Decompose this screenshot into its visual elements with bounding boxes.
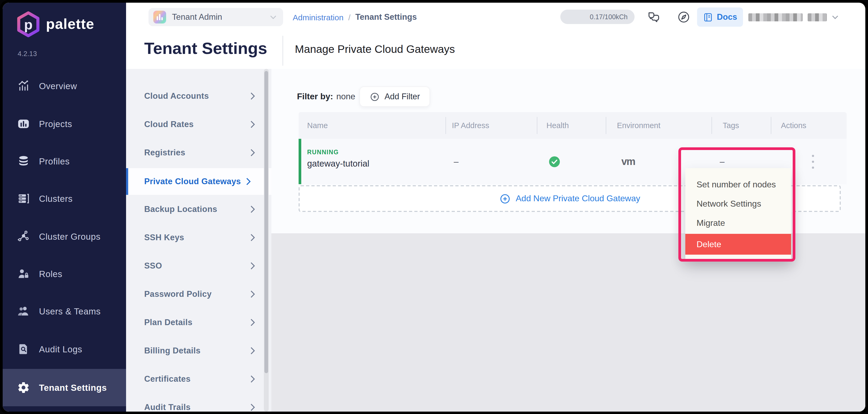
settings-nav-ssh-keys[interactable]: SSH Keys xyxy=(126,224,271,251)
chevron-right-icon xyxy=(250,403,255,411)
table-header: Name IP Address Health Environment Tags … xyxy=(299,112,847,139)
settings-nav-sso[interactable]: SSO xyxy=(126,252,271,280)
chevron-right-icon xyxy=(250,262,255,270)
compass-icon[interactable] xyxy=(677,10,691,24)
settings-nav-plan-details[interactable]: Plan Details xyxy=(126,309,271,336)
add-filter-button[interactable]: Add Filter xyxy=(360,87,430,107)
filter-bar: Filter by: none xyxy=(297,89,355,104)
nav-label: Password Policy xyxy=(144,289,212,299)
docs-label: Docs xyxy=(717,12,737,22)
tenant-admin-icon xyxy=(153,11,166,24)
nav-label: Certificates xyxy=(144,374,191,384)
app-version: 4.2.13 xyxy=(18,50,37,58)
logo[interactable]: p palette xyxy=(17,11,94,37)
settings-nav-certificates[interactable]: Certificates xyxy=(126,365,271,393)
chevron-right-icon xyxy=(250,375,255,383)
sidebar-item-label: Overview xyxy=(39,81,77,91)
chevron-right-icon xyxy=(250,347,255,355)
add-new-gateway-label: Add New Private Cloud Gateway xyxy=(516,194,640,203)
redacted-username-suffix xyxy=(808,13,827,21)
scope-selector-label: Tenant Admin xyxy=(172,12,264,22)
add-filter-label: Add Filter xyxy=(384,92,420,101)
cluster-groups-icon xyxy=(17,230,30,243)
sidebar-item-label: Users & Teams xyxy=(39,306,101,316)
sidebar-item-audit-logs[interactable]: Audit Logs xyxy=(3,335,126,363)
settings-nav-cloud-rates[interactable]: Cloud Rates xyxy=(126,110,271,138)
sidebar: p palette 4.2.13 Overview Projects Profi… xyxy=(3,3,126,411)
logo-text: palette xyxy=(46,16,94,33)
plus-circle-icon xyxy=(499,193,510,204)
chat-icon[interactable] xyxy=(647,10,661,24)
breadcrumb-separator: / xyxy=(348,12,350,22)
sidebar-item-projects[interactable]: Projects xyxy=(3,109,126,138)
settings-nav-audit-trails[interactable]: Audit Trails xyxy=(126,393,271,411)
menu-item-set-number-of-nodes[interactable]: Set number of nodes xyxy=(685,175,791,194)
column-environment: Environment xyxy=(617,112,660,139)
plus-circle-icon xyxy=(370,92,380,102)
clusters-icon xyxy=(17,192,30,205)
chevron-right-icon xyxy=(250,318,255,327)
cell-ip-address: – xyxy=(432,139,480,184)
sidebar-item-label: Tenant Settings xyxy=(39,382,107,393)
settings-nav-backup-locations[interactable]: Backup Locations xyxy=(126,195,271,223)
sidebar-item-label: Projects xyxy=(39,119,72,129)
column-divider xyxy=(771,117,771,134)
sidebar-item-label: Roles xyxy=(39,269,62,279)
sidebar-item-tenant-settings[interactable]: Tenant Settings xyxy=(3,369,126,406)
chevron-down-icon xyxy=(270,15,277,20)
sidebar-item-profiles[interactable]: Profiles xyxy=(3,147,126,176)
settings-nav-cloud-accounts[interactable]: Cloud Accounts xyxy=(126,82,271,110)
nav-label: Billing Details xyxy=(144,346,200,355)
cell-environment: vm xyxy=(607,139,650,184)
page-background xyxy=(271,233,865,411)
column-divider xyxy=(712,117,712,134)
sidebar-item-label: Cluster Groups xyxy=(39,231,100,242)
sidebar-item-clusters[interactable]: Clusters xyxy=(3,184,126,213)
sidebar-item-cluster-groups[interactable]: Cluster Groups xyxy=(3,222,126,251)
chevron-right-icon xyxy=(250,233,255,242)
docs-button[interactable]: Docs xyxy=(697,7,743,27)
sidebar-item-roles[interactable]: Roles xyxy=(3,259,126,288)
nav-label: Registries xyxy=(144,148,185,158)
usage-meter: 0.17/100kCh xyxy=(560,10,634,24)
gateway-name: gateway-tutorial xyxy=(307,159,369,169)
filter-value: none xyxy=(336,92,355,101)
redacted-username xyxy=(748,13,803,21)
nav-label: SSH Keys xyxy=(144,233,184,242)
nav-label: Audit Trails xyxy=(144,403,191,411)
breadcrumb-administration[interactable]: Administration xyxy=(293,12,343,22)
menu-item-migrate[interactable]: Migrate xyxy=(685,214,791,233)
sidebar-item-label: Audit Logs xyxy=(39,344,82,354)
sidebar-item-users-teams[interactable]: Users & Teams xyxy=(3,297,126,326)
menu-item-network-settings[interactable]: Network Settings xyxy=(685,194,791,214)
screenshot-frame: p palette 4.2.13 Overview Projects Profi… xyxy=(0,0,868,414)
column-divider xyxy=(537,117,537,134)
health-check-icon xyxy=(548,156,561,167)
palette-logo-icon: p xyxy=(17,11,40,37)
settings-nav-password-policy[interactable]: Password Policy xyxy=(126,280,271,308)
user-menu[interactable] xyxy=(748,9,839,25)
palette-app: p palette 4.2.13 Overview Projects Profi… xyxy=(3,3,865,411)
usage-value: 0.17/100kCh xyxy=(590,13,628,21)
sidebar-item-overview[interactable]: Overview xyxy=(3,71,126,100)
settings-nav-billing-details[interactable]: Billing Details xyxy=(126,337,271,364)
scope-selector[interactable]: Tenant Admin xyxy=(149,8,283,26)
settings-nav-scrollbar xyxy=(264,69,269,411)
chevron-right-icon xyxy=(250,120,255,129)
nav-label: Private Cloud Gateways xyxy=(144,177,241,186)
chevron-right-icon xyxy=(250,92,255,100)
scrollbar-thumb[interactable] xyxy=(265,71,268,373)
column-actions: Actions xyxy=(781,112,806,139)
menu-item-delete[interactable]: Delete xyxy=(685,234,791,255)
chevron-right-icon xyxy=(250,149,255,157)
row-actions-kebab-icon[interactable] xyxy=(809,153,817,170)
breadcrumb-current: Tenant Settings xyxy=(355,12,416,22)
settings-nav-registries[interactable]: Registries xyxy=(126,139,271,166)
settings-nav: Cloud Accounts Cloud Rates Registries Pr… xyxy=(126,69,271,411)
row-actions-menu: Set number of nodes Network Settings Mig… xyxy=(685,168,791,259)
profiles-icon xyxy=(17,155,30,168)
column-ip-address: IP Address xyxy=(452,112,489,139)
settings-nav-private-cloud-gateways[interactable]: Private Cloud Gateways xyxy=(126,168,271,195)
status-badge: RUNNING xyxy=(307,149,339,155)
header-divider xyxy=(283,36,283,66)
